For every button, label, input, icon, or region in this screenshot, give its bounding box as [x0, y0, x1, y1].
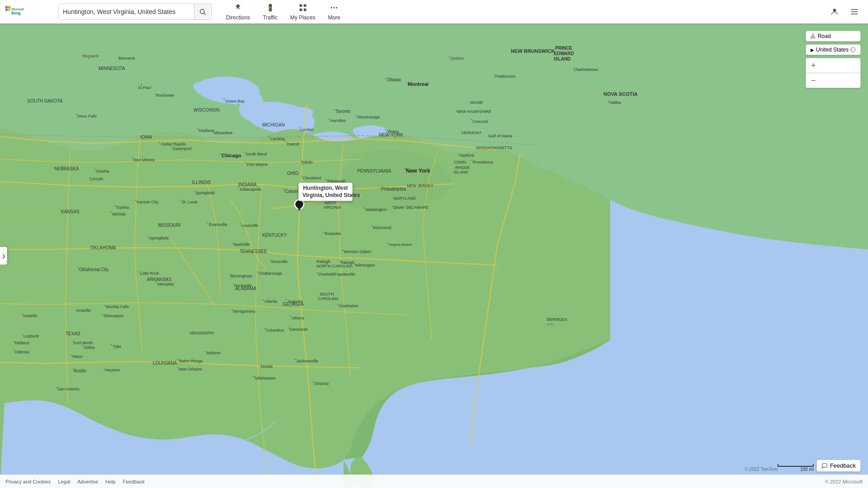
feedback-link[interactable]: Feedback [123, 479, 145, 484]
svg-text:KENTUCKY: KENTUCKY [262, 233, 287, 238]
svg-text:Cleveland: Cleveland [303, 176, 321, 180]
svg-text:Tallahassee: Tallahassee [254, 376, 276, 380]
svg-text:Roanoke: Roanoke [325, 231, 341, 236]
svg-text:•: • [471, 117, 472, 122]
svg-text:•: • [147, 235, 149, 239]
region-button[interactable]: ▶ United States [806, 44, 861, 55]
svg-text:•: • [449, 54, 450, 58]
menu-button[interactable] [846, 4, 863, 20]
svg-text:Atlanta: Atlanta [264, 299, 277, 304]
svg-text:•: • [14, 348, 15, 352]
svg-text:ARKANSAS: ARKANSAS [147, 277, 172, 282]
map-svg: MINNESOTA Bismarck • St Paul • Bismarck … [0, 23, 868, 488]
svg-text:•: • [220, 152, 222, 156]
svg-text:Dover: Dover [393, 205, 404, 210]
svg-rect-13 [303, 4, 306, 7]
svg-text:•: • [231, 240, 233, 244]
zoom-controls: + − [806, 58, 861, 88]
svg-text:Hamilton: Hamilton [330, 118, 346, 123]
account-button[interactable] [826, 4, 843, 20]
svg-text:Lubbock: Lubbock [24, 334, 39, 338]
search-box[interactable] [58, 4, 212, 20]
svg-text:•: • [159, 140, 160, 144]
legal-link[interactable]: Legal [58, 479, 70, 484]
svg-text:Milwaukee: Milwaukee [213, 131, 233, 135]
bottombar: Privacy and Cookies Legal Advertise Help… [0, 474, 868, 488]
svg-text:Virginia Beach: Virginia Beach [389, 243, 412, 247]
svg-text:St. Louis: St. Louis [182, 200, 198, 204]
svg-point-18 [336, 7, 337, 8]
svg-text:RHODE: RHODE [455, 165, 470, 170]
svg-text:•: • [102, 312, 104, 316]
svg-text:Louisville: Louisville [241, 223, 258, 228]
svg-text:•: • [177, 365, 178, 369]
svg-text:•: • [238, 185, 239, 189]
search-button[interactable] [194, 4, 210, 19]
zoom-out-button[interactable]: − [806, 73, 821, 88]
svg-text:•: • [111, 343, 112, 347]
svg-text:Cedar Rapids: Cedar Rapids [161, 142, 186, 146]
svg-text:Tyler: Tyler [113, 344, 122, 349]
svg-text:•: • [337, 302, 338, 306]
svg-text:NEW HAMPSHIRE: NEW HAMPSHIRE [457, 109, 491, 114]
svg-text:IOWA: IOWA [140, 135, 152, 140]
nav-item-directions[interactable]: Directions [221, 1, 255, 23]
svg-text:•: • [379, 186, 381, 190]
svg-text:•: • [263, 297, 264, 301]
svg-point-10 [269, 7, 271, 8]
svg-text:•: • [193, 189, 195, 193]
search-input[interactable] [58, 4, 194, 19]
svg-text:Topeka: Topeka [116, 205, 129, 210]
svg-text:SOUTH DAKOTA: SOUTH DAKOTA [27, 99, 62, 103]
svg-text:Midland: Midland [15, 341, 29, 345]
svg-text:•: • [405, 167, 406, 171]
svg-text:CAROLINA: CAROLINA [318, 296, 339, 301]
nav-item-traffic[interactable]: Traffic [257, 1, 283, 23]
topbar-right [826, 4, 863, 20]
svg-text:WISCONSIN: WISCONSIN [193, 108, 220, 113]
bing-logo: Microsoft Bing [5, 5, 51, 18]
svg-text:•: • [342, 248, 344, 252]
privacy-link[interactable]: Privacy and Cookies [5, 479, 51, 484]
svg-text:Charlottetown: Charlottetown [573, 67, 599, 72]
svg-text:•: • [264, 326, 266, 330]
svg-text:Toronto: Toronto [335, 109, 351, 114]
svg-rect-20 [851, 9, 858, 10]
svg-point-19 [833, 9, 836, 12]
sidebar-toggle[interactable]: ❯ [0, 247, 7, 265]
svg-text:U.K.: U.K. [547, 322, 554, 326]
svg-text:VIRGINIA: VIRGINIA [323, 205, 341, 210]
zoom-in-button[interactable]: + [806, 58, 821, 73]
svg-text:CONN.: CONN. [454, 160, 467, 164]
feedback-button[interactable]: Feedback [816, 460, 861, 472]
svg-text:Charlotte: Charlotte [318, 272, 335, 277]
svg-text:•: • [75, 112, 77, 116]
nav-item-more[interactable]: More [322, 1, 345, 23]
svg-text:Savannah: Savannah [289, 327, 308, 332]
help-link[interactable]: Help [105, 479, 116, 484]
svg-text:SOUTH: SOUTH [320, 292, 334, 296]
svg-text:•: • [22, 312, 23, 316]
svg-text:Philadelphia: Philadelphia [381, 187, 406, 192]
svg-text:OKLAHOMA: OKLAHOMA [90, 245, 116, 250]
svg-point-11 [269, 9, 271, 10]
svg-text:•: • [233, 282, 234, 286]
svg-text:•: • [290, 314, 291, 318]
svg-text:Shreveport: Shreveport [104, 314, 124, 318]
road-view-button[interactable]: Road [806, 31, 861, 42]
svg-text:Ottawa: Ottawa [387, 77, 401, 82]
map-container[interactable]: MINNESOTA Bismarck • St Paul • Bismarck … [0, 23, 868, 488]
svg-text:•: • [354, 262, 355, 266]
svg-text:Jacksonville: Jacksonville [296, 359, 318, 363]
nav-item-my-places[interactable]: My Places [285, 1, 321, 23]
more-label: More [328, 14, 340, 21]
svg-text:Springfield: Springfield [149, 236, 169, 240]
svg-text:•: • [240, 221, 241, 225]
svg-text:•: • [328, 117, 330, 121]
advertise-link[interactable]: Advertise [77, 479, 98, 484]
svg-text:•: • [207, 221, 208, 225]
svg-rect-3 [8, 9, 10, 11]
svg-text:•: • [364, 206, 365, 210]
svg-text:MAINE: MAINE [470, 100, 483, 105]
svg-text:BERMUDA: BERMUDA [547, 317, 567, 322]
